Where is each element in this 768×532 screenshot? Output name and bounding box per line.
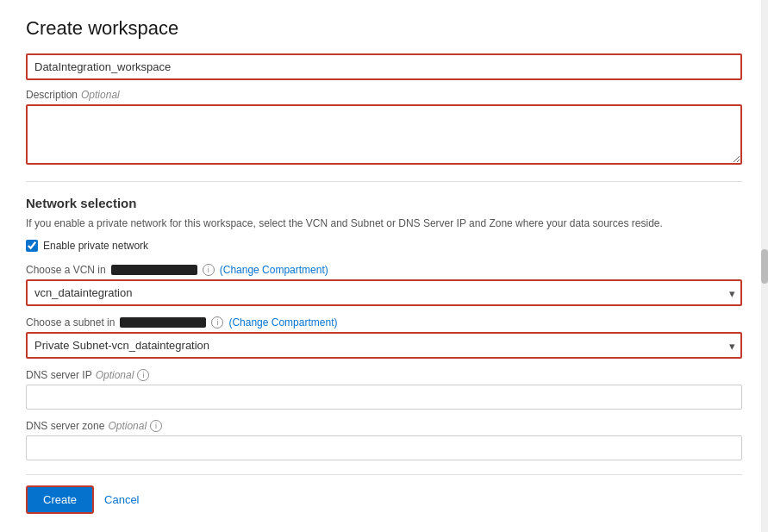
description-optional: Optional: [81, 89, 120, 101]
description-input[interactable]: [26, 104, 742, 165]
dns-server-ip-input[interactable]: [26, 385, 742, 410]
dns-ip-optional: Optional: [96, 369, 134, 381]
vcn-change-compartment-link[interactable]: (Change Compartment): [220, 264, 328, 276]
vcn-label-prefix: Choose a VCN in: [26, 264, 106, 276]
dns-ip-info-icon: i: [137, 369, 149, 381]
scrollbar-thumb[interactable]: [761, 249, 768, 284]
enable-private-network-checkbox[interactable]: [26, 240, 38, 252]
create-button[interactable]: Create: [26, 485, 94, 514]
vcn-compartment-masked: [111, 265, 197, 275]
subnet-select[interactable]: [26, 332, 742, 359]
dns-zone-info-icon: i: [150, 420, 162, 432]
vcn-info-icon: i: [203, 264, 215, 276]
scrollbar[interactable]: [761, 0, 768, 531]
dns-server-zone-input[interactable]: [26, 435, 742, 460]
dns-ip-label: DNS server IP: [26, 369, 92, 381]
cancel-button[interactable]: Cancel: [104, 493, 139, 506]
network-section-title: Network selection: [26, 196, 742, 210]
network-description: If you enable a private network for this…: [26, 216, 742, 231]
subnet-change-compartment-link[interactable]: (Change Compartment): [228, 316, 337, 329]
subnet-compartment-masked: [120, 317, 206, 328]
page-title: Create workspace: [26, 17, 742, 40]
workspace-name-input[interactable]: [26, 53, 742, 80]
dns-zone-label: DNS server zone: [26, 420, 104, 432]
vcn-select[interactable]: [26, 279, 742, 306]
section-divider: [26, 181, 742, 182]
enable-private-network-label: Enable private network: [43, 240, 148, 252]
description-label: Description: [26, 89, 78, 101]
subnet-label-prefix: Choose a subnet in: [26, 316, 115, 329]
subnet-info-icon: i: [211, 316, 223, 329]
dns-zone-optional: Optional: [108, 420, 147, 432]
